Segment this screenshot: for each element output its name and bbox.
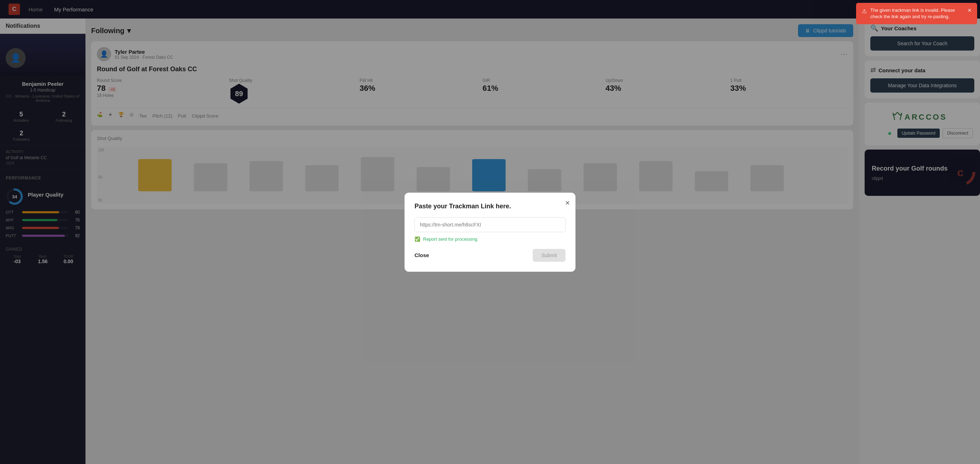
modal-title: Paste your Trackman Link here. [415,203,565,210]
error-banner: ⚠ The given trackman link is invalid. Pl… [856,3,977,24]
modal-success-message: ✅ Report sent for processing [415,237,565,242]
trackman-link-input[interactable] [415,217,565,232]
success-check-icon: ✅ [415,237,420,242]
modal-close-x-button[interactable]: × [565,199,570,208]
modal-actions: Close Submit [415,249,565,262]
error-message: The given trackman link is invalid. Plea… [870,7,964,20]
trackman-modal: Paste your Trackman Link here. × ✅ Repor… [404,193,576,272]
modal-overlay[interactable]: Paste your Trackman Link here. × ✅ Repor… [0,0,980,464]
error-close-button[interactable]: × [967,7,972,14]
modal-submit-button[interactable]: Submit [533,249,565,262]
warning-icon: ⚠ [862,8,867,15]
modal-close-button[interactable]: Close [415,252,429,258]
